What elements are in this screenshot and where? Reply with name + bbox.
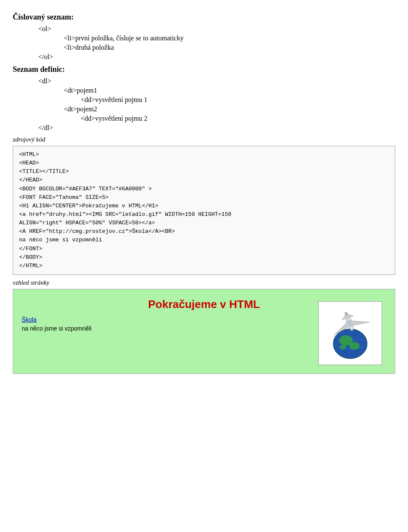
preview-label: vzhled stránky xyxy=(13,279,395,286)
list-item: <ol> xyxy=(38,25,395,33)
definition-list-heading: Seznam definic: xyxy=(13,65,395,74)
numbered-list-items: <ol> <li>první položka, čísluje se to au… xyxy=(38,25,395,61)
numbered-list-section: Číslovaný seznam: <ol> <li>první položka… xyxy=(13,13,395,61)
list-item: </dl> xyxy=(38,124,395,132)
list-item: <dt>pojem2 xyxy=(64,105,395,113)
list-item: <dd>vysvětlení pojmu 2 xyxy=(81,115,395,122)
preview-body-text: na něco jsme si vzpomněli xyxy=(22,325,91,332)
svg-point-4 xyxy=(340,345,346,350)
svg-marker-11 xyxy=(346,311,354,318)
numbered-list-heading: Číslovaný seznam: xyxy=(13,13,395,22)
main-content: Číslovaný seznam: <ol> <li>první položka… xyxy=(13,8,395,378)
list-item: <li>první položka, čísluje se to automat… xyxy=(64,34,395,42)
airplane-image xyxy=(318,301,382,365)
definition-list-section: Seznam definic: <dl> <dt>pojem1 <dd>vysv… xyxy=(13,65,395,132)
definition-list-items: <dl> <dt>pojem1 <dd>vysvětlení pojmu 1 <… xyxy=(38,77,395,132)
list-item: <dd>vysvětlení pojmu 1 xyxy=(81,96,395,104)
code-box: <HTML> <HEAD> <TITLE></TITLE> </HEAD> <B… xyxy=(13,146,395,275)
list-item: </ol> xyxy=(38,53,395,61)
list-item: <li>druhá položka xyxy=(64,44,395,51)
list-item: <dl> xyxy=(38,77,395,85)
list-item: <dt>pojem1 xyxy=(64,87,395,94)
preview-box: Pokračujeme v HTML Škola na něco jsme si… xyxy=(13,289,395,374)
source-label: zdrojový kód xyxy=(13,136,395,143)
